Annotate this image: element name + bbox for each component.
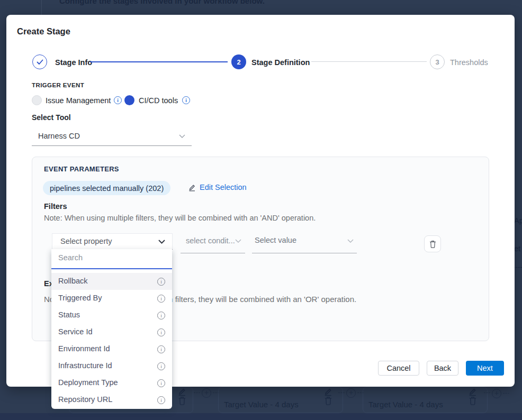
- condition-select-placeholder: select condit...: [186, 236, 235, 245]
- edit-selection-link[interactable]: Edit Selection: [188, 183, 247, 191]
- edit-selection-label: Edit Selection: [200, 183, 247, 191]
- backdrop-dashed-connector: [338, 392, 345, 393]
- condition-select-underline: [181, 253, 245, 253]
- chevron-down-icon: [179, 134, 185, 138]
- backdrop-footer-band: [0, 413, 522, 420]
- dropdown-option-deployment-type[interactable]: Deployment Typei: [51, 375, 172, 391]
- backdrop-card-label: Target Value - 4 days: [224, 400, 299, 409]
- property-select-placeholder: Select property: [60, 237, 112, 245]
- filters-heading: Filters: [44, 202, 67, 211]
- property-select[interactable]: Select property: [52, 233, 173, 250]
- dropdown-option-repository-url[interactable]: Repository URLi: [51, 391, 172, 408]
- pipelines-selected-badge: pipelines selected manually (202): [43, 181, 170, 195]
- tool-select[interactable]: Harness CD: [32, 127, 192, 146]
- step-stage-definition-label: Stage Definition: [251, 58, 310, 67]
- property-dropdown: Rollbacki Triggered Byi Statusi Service …: [51, 249, 172, 409]
- next-button[interactable]: Next: [466, 361, 504, 376]
- cancel-button[interactable]: Cancel: [378, 361, 419, 376]
- chevron-down-icon: [347, 239, 354, 243]
- trigger-event-heading: TRIGGER EVENT: [32, 82, 84, 88]
- info-icon[interactable]: i: [157, 312, 165, 319]
- backdrop-text-fragment: Ap: [514, 216, 522, 225]
- step-stage-info-label: Stage Info: [55, 58, 92, 67]
- dropdown-search[interactable]: [51, 249, 172, 269]
- plus-icon: +: [202, 388, 211, 398]
- step-thresholds-label: Thresholds: [450, 58, 488, 67]
- dialog-title: Create Stage: [17, 26, 70, 36]
- tool-select-value: Harness CD: [38, 132, 80, 140]
- step-connector: [311, 61, 427, 62]
- info-icon[interactable]: i: [157, 379, 165, 387]
- info-icon[interactable]: i: [157, 278, 165, 286]
- step-stage-definition-indicator[interactable]: 2: [231, 54, 246, 69]
- trash-icon: [324, 396, 332, 405]
- edit-pencil-icon: [178, 387, 186, 396]
- radio-issue-management[interactable]: [32, 95, 42, 105]
- backdrop-heading: Configure the stages involved in your wo…: [59, 0, 265, 5]
- value-select-placeholder: Select value: [255, 236, 296, 244]
- step-connector: [90, 61, 228, 62]
- radio-cicd-tools[interactable]: [124, 95, 134, 105]
- delete-filter-row-button[interactable]: [424, 235, 441, 252]
- trash-icon: [429, 240, 436, 248]
- event-parameters-heading: EVENT PARAMETERS: [44, 165, 119, 173]
- info-icon[interactable]: i: [157, 328, 165, 336]
- step-stage-info-indicator[interactable]: [32, 54, 47, 69]
- plus-icon: +: [492, 389, 501, 398]
- back-button[interactable]: Back: [427, 361, 458, 376]
- backdrop-dashed-connector: [194, 392, 200, 393]
- edit-pencil-icon: [469, 387, 477, 396]
- radio-cicd-tools-label[interactable]: CI/CD tools: [139, 96, 178, 105]
- edit-pencil-icon: [188, 184, 196, 191]
- dropdown-option-triggered-by[interactable]: Triggered Byi: [51, 290, 172, 307]
- check-icon: [37, 59, 43, 65]
- trash-icon: [469, 396, 477, 405]
- backdrop-text-fragment: et: [514, 244, 520, 253]
- info-icon[interactable]: i: [114, 96, 122, 104]
- chevron-down-icon: [235, 239, 241, 243]
- backdrop-dashed-connector: [514, 267, 522, 268]
- edit-pencil-icon: [324, 387, 332, 396]
- search-input[interactable]: [58, 253, 164, 262]
- create-stage-dialog: Create Stage Stage Info 2 Stage Definiti…: [6, 15, 515, 387]
- value-select-underline: [252, 253, 357, 253]
- info-icon[interactable]: i: [157, 362, 165, 370]
- dropdown-option-rollback[interactable]: Rollbacki: [51, 273, 172, 290]
- backdrop-dashed-connector: [484, 392, 490, 393]
- radio-issue-management-label[interactable]: Issue Management: [46, 96, 111, 105]
- info-icon[interactable]: i: [157, 396, 165, 404]
- backdrop-divider: [41, 0, 42, 15]
- step-thresholds-indicator[interactable]: 3: [430, 54, 445, 69]
- info-icon[interactable]: i: [157, 295, 165, 303]
- backdrop-card-label: Target Value - 4 days: [368, 400, 443, 409]
- filters-note: Note: When using multiple filters, they …: [44, 214, 316, 222]
- backdrop-dashed-connector: [503, 393, 509, 394]
- dropdown-option-infrastructure-id[interactable]: Infrastructure Idi: [51, 358, 172, 375]
- chevron-down-icon: [158, 240, 165, 244]
- trash-icon: [178, 396, 186, 405]
- select-tool-heading: Select Tool: [32, 113, 71, 122]
- dropdown-option-status[interactable]: Statusi: [51, 307, 172, 324]
- dropdown-option-environment-id[interactable]: Environment Idi: [51, 341, 172, 358]
- screen: Configure the stages involved in your wo…: [0, 0, 522, 420]
- info-icon[interactable]: i: [182, 96, 190, 104]
- info-icon[interactable]: i: [157, 345, 165, 353]
- dropdown-option-service-id[interactable]: Service Idi: [51, 324, 172, 341]
- plus-icon: +: [346, 388, 356, 398]
